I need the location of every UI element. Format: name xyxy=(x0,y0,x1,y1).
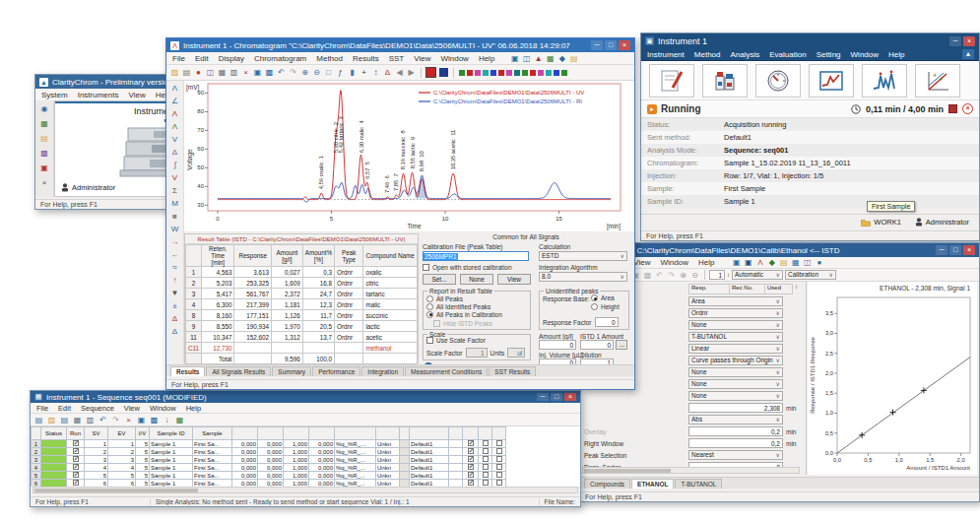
open-in-new-icon[interactable]: ◫ xyxy=(205,67,216,78)
overlay-icon[interactable]: ▣ xyxy=(509,53,520,64)
signal-swatch-11[interactable] xyxy=(538,70,544,76)
mobile-phase-icon[interactable] xyxy=(702,64,748,98)
menu-help[interactable]: Help xyxy=(697,258,715,267)
cell[interactable]: 0,000 xyxy=(258,440,284,448)
status-cell[interactable] xyxy=(41,480,67,488)
chart-icon[interactable]: ▦ xyxy=(790,257,801,268)
menu-window[interactable]: Window xyxy=(659,258,688,267)
report-option-all-peaks-in-calibration[interactable]: All Peaks in Calibration xyxy=(426,310,528,318)
chromatogram-titlebar[interactable]: Λ Instrument 1 - Chromatogram "C:\Clarit… xyxy=(166,38,634,52)
signal-swatch-12[interactable] xyxy=(546,70,552,76)
column-header-item[interactable] xyxy=(258,427,284,440)
response-base-height[interactable]: Height xyxy=(591,302,620,311)
cell[interactable] xyxy=(463,448,479,456)
horizontal-scrollbar[interactable] xyxy=(582,467,800,474)
peak-end-tool-icon[interactable]: Λ xyxy=(169,121,180,132)
cell[interactable] xyxy=(400,448,410,456)
signal-swatch-13[interactable] xyxy=(554,70,559,76)
menu-view[interactable]: View xyxy=(413,54,431,63)
option-checkbox[interactable] xyxy=(496,440,502,446)
interactive-zoom-icon[interactable]: ▮ xyxy=(347,67,358,78)
redo-icon[interactable]: ↷ xyxy=(110,415,121,425)
close-button[interactable]: × xyxy=(963,245,975,255)
cell[interactable]: 6 xyxy=(108,480,136,488)
cell[interactable]: Default1 xyxy=(410,480,449,488)
cell[interactable]: First Sa... xyxy=(193,440,232,448)
tab-results[interactable]: Results xyxy=(170,366,205,376)
cell[interactable]: Default1 xyxy=(410,472,449,480)
table-icon[interactable]: ▦ xyxy=(545,53,555,64)
cell[interactable] xyxy=(67,472,85,480)
unzoom-icon[interactable]: ↕ xyxy=(370,67,381,78)
cell[interactable] xyxy=(479,448,492,456)
property-select-item[interactable]: T-BUTANOL∨ xyxy=(688,332,783,342)
menu-evaluation[interactable]: Evaluation xyxy=(768,50,807,59)
properties-icon[interactable]: ƒ xyxy=(335,67,346,78)
integrate-tool-icon[interactable]: ∫ xyxy=(169,160,180,170)
cell[interactable] xyxy=(479,480,492,488)
cell[interactable]: 0,000 xyxy=(309,456,335,464)
cell[interactable] xyxy=(400,464,410,472)
cell[interactable]: 5 xyxy=(136,464,150,472)
cell[interactable]: %q_%R_... xyxy=(335,448,376,456)
paste-icon[interactable]: ▩ xyxy=(149,415,160,425)
response-factor-input[interactable]: 0 xyxy=(595,317,619,327)
device-monitor-icon[interactable] xyxy=(755,64,801,98)
cell[interactable]: Default1 xyxy=(410,448,449,456)
property-select-item[interactable]: None∨ xyxy=(688,379,783,389)
user-icon[interactable]: ◉ xyxy=(39,103,50,114)
cell[interactable]: 0,000 xyxy=(258,480,284,488)
baseline-tool-icon[interactable]: ∠ xyxy=(169,96,180,106)
option-checkbox[interactable] xyxy=(483,480,489,486)
menu-sequence[interactable]: Sequence xyxy=(80,404,115,413)
view-button[interactable]: View xyxy=(497,274,531,285)
property-select-item[interactable]: Area∨ xyxy=(688,296,783,306)
option-checkbox[interactable] xyxy=(468,464,474,470)
paste-icon[interactable]: ▩ xyxy=(642,270,653,281)
column-header-sample-id[interactable]: Sample ID xyxy=(150,427,193,440)
cell[interactable]: 0,000 xyxy=(232,464,258,472)
tab-compounds[interactable]: Compounds xyxy=(584,479,630,489)
chromatogram-icon[interactable] xyxy=(862,64,907,98)
chromatogram-plot-area[interactable]: 30405060708090051015Time[min][mV]Voltage… xyxy=(184,81,634,231)
run-checkbox[interactable] xyxy=(73,448,79,454)
solvent-peak-tool-icon[interactable]: Σ xyxy=(169,185,180,196)
cell[interactable]: 2 xyxy=(85,448,108,456)
cell[interactable] xyxy=(492,472,506,480)
column-header-item[interactable] xyxy=(492,427,506,440)
column-header-amount[interactable]: Amount% [%] xyxy=(302,245,334,267)
menu-help[interactable]: Help xyxy=(478,54,495,63)
column-header-item[interactable] xyxy=(479,427,492,440)
tab-performance[interactable]: Performance xyxy=(312,366,360,376)
cell[interactable] xyxy=(492,448,506,456)
cell[interactable]: 5 xyxy=(85,472,108,480)
cell[interactable]: 6 xyxy=(85,480,108,488)
cell[interactable]: 3 xyxy=(108,456,136,464)
column-header-run[interactable]: Run xyxy=(67,427,85,440)
option-checkbox[interactable] xyxy=(496,472,502,478)
menu-system[interactable]: System xyxy=(40,91,69,99)
bunching-tool-icon[interactable]: ▼ xyxy=(169,288,180,298)
column-header-response[interactable]: Response xyxy=(234,245,272,267)
istd-amount-input[interactable]: 0 xyxy=(580,340,614,350)
signal-swatch-1[interactable] xyxy=(459,70,465,76)
maximize-button[interactable]: □ xyxy=(949,245,961,255)
scale-icon[interactable]: Δ xyxy=(382,67,393,78)
cell[interactable]: First Sa... xyxy=(193,464,232,472)
cell[interactable] xyxy=(479,472,492,480)
cell[interactable] xyxy=(449,448,463,456)
open-sequence-icon[interactable]: ▨ xyxy=(46,415,57,425)
menu-view[interactable]: View xyxy=(127,91,146,99)
cell[interactable] xyxy=(479,456,492,464)
valley-to-valley-tool-icon[interactable]: W xyxy=(169,224,180,234)
cell[interactable]: Sample 1 xyxy=(150,440,193,448)
select-tool-icon[interactable]: Λ xyxy=(169,83,180,94)
cell[interactable]: Sample 1 xyxy=(150,480,193,488)
device-monitor-icon[interactable]: ▣ xyxy=(39,163,50,173)
cell[interactable]: 0,000 xyxy=(232,472,258,480)
cell[interactable]: %q_%R_... xyxy=(335,480,376,488)
cell[interactable] xyxy=(449,456,463,464)
cell[interactable]: Unkn xyxy=(376,448,400,456)
column-header-reten-time-min[interactable]: Reten. Time [min] xyxy=(202,245,234,267)
spinner-icon[interactable]: ↕ xyxy=(727,272,730,278)
